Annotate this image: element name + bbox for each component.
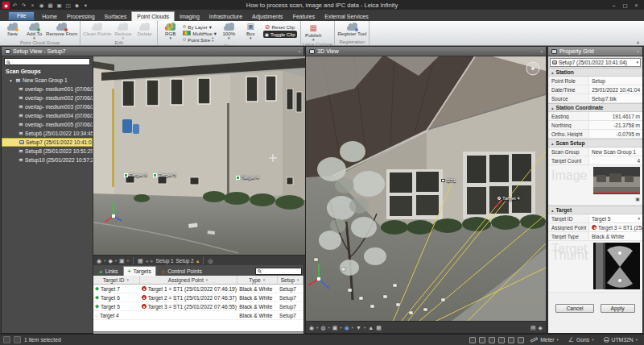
- cube-icon[interactable]: [498, 337, 505, 343]
- column-setup[interactable]: Setup▼: [278, 276, 303, 284]
- tree-item[interactable]: overlap- medium002 (07/06/202: [2, 94, 93, 102]
- chevron-down-icon[interactable]: ▾: [316, 326, 318, 330]
- navigation-cube-icon[interactable]: ◈: [539, 324, 543, 331]
- quick-access-icon[interactable]: ◫: [64, 2, 72, 9]
- chevron-down-icon[interactable]: ▾: [328, 326, 329, 330]
- point-size-stepper[interactable]: ▴▾: [212, 36, 213, 42]
- tab-control-points[interactable]: ◎ Control Points: [157, 267, 206, 276]
- measure-tool-icon[interactable]: ◆: [108, 257, 112, 264]
- apply-button[interactable]: Apply: [601, 304, 635, 313]
- layers-icon[interactable]: [518, 337, 524, 343]
- quick-access-icon[interactable]: ▣: [56, 2, 63, 9]
- flag-icon[interactable]: [508, 337, 514, 343]
- tab-links[interactable]: ◆ Links: [95, 267, 122, 276]
- delete-button[interactable]: Delete: [134, 22, 155, 36]
- selection-dropdown[interactable]: Setup7 (25/01/2022 10:41:04) ▾: [550, 58, 641, 67]
- column-type[interactable]: Type▼: [237, 276, 278, 284]
- page-icon[interactable]: [479, 337, 485, 343]
- pano-target-marker[interactable]: Target 6: [124, 172, 147, 177]
- tab-home[interactable]: Home: [37, 12, 62, 21]
- target4-marker[interactable]: Target 4: [497, 196, 520, 201]
- tree-search-input[interactable]: [11, 59, 88, 64]
- chevron-down-icon[interactable]: ▾: [104, 259, 105, 263]
- tree-item[interactable]: overlap- medium001 (07/06/202: [2, 85, 93, 94]
- chevron-down-icon[interactable]: ▾: [352, 326, 353, 330]
- close-button[interactable]: ×: [631, 2, 642, 9]
- status-toggle-icon[interactable]: [14, 336, 21, 343]
- table-search-input[interactable]: [262, 268, 299, 274]
- reduce-button[interactable]: Reduce ▾: [112, 22, 134, 39]
- tab-adjustments[interactable]: Adjustments: [247, 12, 288, 21]
- tree-item[interactable]: Setup10 (25/01/2022 10:57:23): [2, 156, 93, 164]
- filter-icon[interactable]: ▼: [262, 278, 266, 282]
- grid-icon[interactable]: [489, 337, 495, 343]
- clean-points-button[interactable]: Clean Points: [82, 22, 112, 36]
- tab-infrastructure[interactable]: Infrastructure: [204, 12, 247, 21]
- grid-tool-icon[interactable]: ▦: [376, 324, 382, 331]
- rgb-button[interactable]: RGB ▾: [159, 22, 181, 39]
- station-marker[interactable]: ST1: [441, 178, 456, 183]
- tab-file[interactable]: File: [8, 11, 35, 21]
- select-box-tool-icon[interactable]: ▣: [119, 257, 125, 264]
- tab-processing[interactable]: Processing: [62, 12, 100, 21]
- shading-tool-icon[interactable]: ▼: [356, 324, 361, 331]
- info-icon[interactable]: ▤: [530, 324, 536, 331]
- quick-access-icon[interactable]: ▦: [47, 2, 54, 9]
- target-tool-icon[interactable]: ◎: [208, 257, 213, 264]
- chevron-down-icon[interactable]: ▾: [340, 326, 341, 330]
- angle-unit-dropdown[interactable]: ∠ Gons ▾: [565, 337, 597, 343]
- table-row[interactable]: ◆Target 6 Target 2 = ST1 (25/01/2022 07:…: [93, 293, 303, 302]
- zoom-100-button[interactable]: 100% ▾: [218, 22, 240, 39]
- orbit-tool-icon[interactable]: ◉: [309, 324, 314, 331]
- previous-setup-icon[interactable]: ◂: [146, 257, 149, 264]
- cancel-button[interactable]: Cancel: [555, 304, 593, 313]
- minimize-button[interactable]: –: [609, 2, 619, 9]
- point-size-control[interactable]: Point Size ▴▾: [183, 36, 217, 43]
- next-setup-icon[interactable]: ▸: [151, 257, 154, 264]
- register-tool-button[interactable]: Register Tool: [336, 22, 367, 36]
- tab-surfaces[interactable]: Surfaces: [100, 12, 132, 21]
- section-target[interactable]: ▴ Target: [548, 206, 642, 214]
- quick-access-icon[interactable]: ◆: [73, 2, 80, 9]
- pin-icon[interactable]: ▫: [541, 48, 543, 54]
- copy-icon[interactable]: ▣: [635, 196, 640, 202]
- orbit-tool-icon[interactable]: ◉: [97, 257, 101, 264]
- pano-target-marker[interactable]: Target 4: [236, 175, 259, 180]
- chevron-down-icon[interactable]: ▾: [364, 326, 365, 330]
- setup1-label[interactable]: Setup 1: [156, 258, 174, 264]
- tree-item[interactable]: overlap- medium005 (07/06/202: [2, 120, 93, 129]
- quick-access-icon[interactable]: ×: [29, 2, 36, 9]
- crs-dropdown[interactable]: UTM32N ▾: [601, 337, 641, 343]
- reset-clip-button[interactable]: ⊘ Reset Clip: [263, 23, 297, 31]
- toggle-clip-button[interactable]: ◉ Toggle Clip: [263, 31, 297, 38]
- section-station[interactable]: ▴ Station: [548, 68, 642, 77]
- new-point-cloud-button[interactable]: New: [2, 22, 23, 36]
- quick-access-icon[interactable]: ◉: [38, 2, 45, 9]
- tab-targets[interactable]: + Targets: [123, 266, 156, 276]
- tab-external-services[interactable]: External Services: [320, 12, 373, 21]
- column-target-id[interactable]: Target ID▼: [93, 276, 140, 284]
- chevron-down-icon[interactable]: ▾: [115, 259, 117, 263]
- tree-expand-icon[interactable]: ▾: [10, 78, 14, 83]
- tab-point-clouds[interactable]: Point Clouds: [131, 11, 175, 21]
- tab-imaging[interactable]: Imaging: [175, 12, 204, 21]
- clip-tool-icon[interactable]: ▣: [332, 324, 338, 331]
- by-layer-option[interactable]: By Layer ▾: [183, 23, 217, 30]
- clip-box-button[interactable]: ▣ Box ▾: [240, 22, 262, 39]
- tree-item-selected[interactable]: Setup7 (25/01/2022 10:41:04): [2, 138, 93, 147]
- panorama-viewport[interactable]: Target 6 Target 5 Target 4: [93, 56, 305, 255]
- crosshair-icon[interactable]: [469, 337, 476, 343]
- quick-access-icon[interactable]: ↶: [11, 2, 19, 9]
- pano-target-marker[interactable]: Target 5: [153, 172, 176, 177]
- tree-item[interactable]: Setup6 (25/01/2022 10:34:45): [2, 129, 93, 138]
- target-id-dropdown[interactable]: Target 5 ▾: [588, 214, 642, 222]
- filter-icon[interactable]: ▼: [126, 278, 130, 282]
- pin-icon[interactable]: ▫: [299, 48, 300, 54]
- tree-item[interactable]: overlap- medium003 (07/06/202: [2, 102, 93, 111]
- link-tool-icon[interactable]: ◍: [320, 324, 325, 331]
- setup2-label[interactable]: Setup 2: [176, 258, 194, 264]
- status-toggle-icon[interactable]: [3, 336, 10, 343]
- tree-item[interactable]: Setup8 (25/01/2022 10:51:29): [2, 147, 93, 156]
- publish-button[interactable]: ▦ Publish ▾: [303, 22, 324, 41]
- table-row[interactable]: ◆Target 7 Target 1 = ST1 (25/01/2022 07:…: [93, 285, 303, 293]
